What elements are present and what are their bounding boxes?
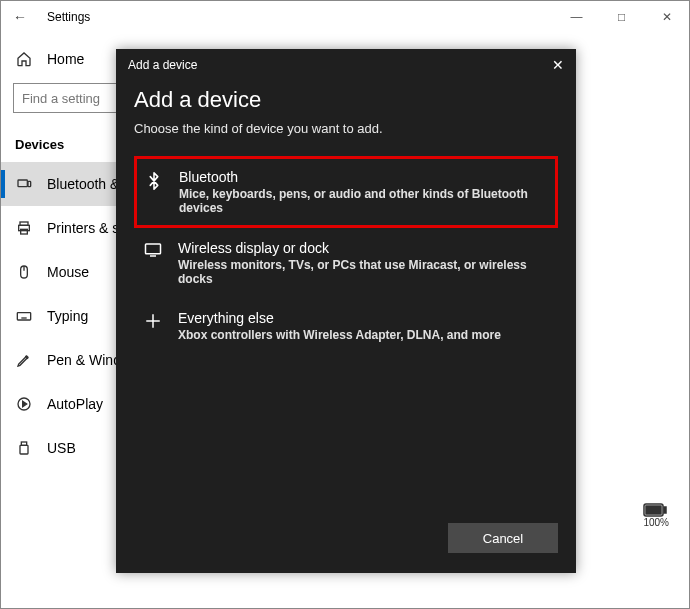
plus-icon [142, 310, 164, 342]
dialog-titlebar-text: Add a device [128, 58, 197, 72]
option-everything-else[interactable]: Everything else Xbox controllers with Wi… [134, 298, 558, 354]
printer-icon [15, 220, 33, 236]
window-titlebar: ← Settings — □ ✕ [1, 1, 689, 33]
add-device-dialog: Add a device ✕ Add a device Choose the k… [116, 49, 576, 573]
svg-rect-16 [20, 445, 28, 454]
nav-label: AutoPlay [47, 396, 103, 412]
home-label: Home [47, 51, 84, 67]
dialog-heading: Add a device [134, 87, 558, 113]
nav-label: USB [47, 440, 76, 456]
option-desc: Xbox controllers with Wireless Adapter, … [178, 328, 550, 342]
cancel-button[interactable]: Cancel [448, 523, 558, 553]
svg-rect-0 [18, 180, 27, 187]
battery-icon [643, 503, 669, 517]
close-button[interactable]: ✕ [644, 2, 689, 32]
option-title: Bluetooth [179, 169, 549, 185]
svg-rect-20 [146, 244, 161, 254]
option-desc: Mice, keyboards, pens, or audio and othe… [179, 187, 549, 215]
nav-label: Mouse [47, 264, 89, 280]
option-title: Everything else [178, 310, 550, 326]
minimize-button[interactable]: — [554, 2, 599, 32]
devices-icon [15, 176, 33, 192]
search-placeholder: Find a setting [22, 91, 100, 106]
battery-status: 100% [643, 503, 669, 528]
window-controls: — □ ✕ [554, 2, 689, 32]
maximize-button[interactable]: □ [599, 2, 644, 32]
keyboard-icon [15, 308, 33, 324]
usb-icon [15, 440, 33, 456]
nav-label: Typing [47, 308, 88, 324]
home-icon [15, 51, 33, 67]
option-wireless-display[interactable]: Wireless display or dock Wireless monito… [134, 228, 558, 298]
option-desc: Wireless monitors, TVs, or PCs that use … [178, 258, 550, 286]
back-icon[interactable]: ← [9, 9, 31, 25]
mouse-icon [15, 264, 33, 280]
dialog-titlebar: Add a device ✕ [116, 49, 576, 81]
dialog-subtitle: Choose the kind of device you want to ad… [134, 121, 558, 136]
autoplay-icon [15, 396, 33, 412]
pen-icon [15, 352, 33, 368]
close-icon[interactable]: ✕ [552, 57, 564, 73]
svg-rect-7 [17, 313, 30, 320]
dialog-footer: Cancel [116, 509, 576, 573]
display-icon [142, 240, 164, 286]
svg-rect-18 [646, 506, 661, 514]
svg-rect-1 [28, 181, 31, 186]
option-bluetooth[interactable]: Bluetooth Mice, keyboards, pens, or audi… [134, 156, 558, 228]
bluetooth-icon [143, 169, 165, 215]
svg-marker-14 [23, 401, 27, 406]
battery-percent: 100% [643, 517, 669, 528]
svg-rect-19 [664, 507, 666, 513]
window-title: Settings [47, 10, 90, 24]
option-title: Wireless display or dock [178, 240, 550, 256]
